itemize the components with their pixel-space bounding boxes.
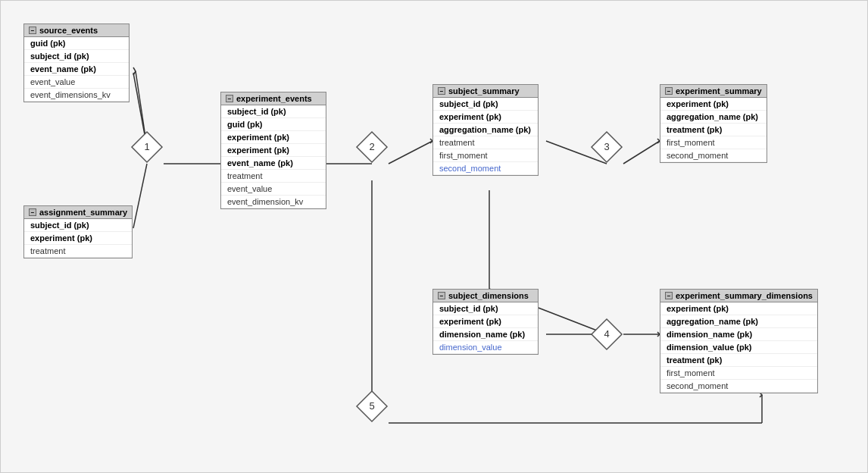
table-row: dimension_name (pk) (433, 328, 538, 341)
table-row: event_dimension_kv (221, 196, 326, 208)
minimize-icon-experiment_summary[interactable]: − (665, 87, 673, 95)
svg-text:1: 1 (144, 141, 149, 152)
table-title-experiment_summary: experiment_summary (676, 86, 762, 96)
table-row: subject_id (pk) (24, 50, 129, 63)
table-row: guid (pk) (221, 118, 326, 131)
table-row: treatment (pk) (660, 124, 767, 136)
table-header-subject_dimensions: −subject_dimensions (433, 290, 538, 302)
table-row: aggregation_name (pk) (660, 111, 767, 124)
table-row: experiment (pk) (433, 111, 538, 124)
table-row: treatment (221, 170, 326, 183)
table-row: event_dimensions_kv (24, 89, 129, 102)
table-header-experiment_events: −experiment_events (221, 92, 326, 105)
table-row: event_name (pk) (221, 157, 326, 170)
table-row: experiment (pk) (433, 315, 538, 328)
diamond-d3: 3 (590, 130, 623, 164)
table-experiment_summary: −experiment_summaryexperiment (pk)aggreg… (660, 84, 767, 163)
table-row: dimension_value (pk) (660, 341, 817, 354)
table-row: subject_id (pk) (433, 98, 538, 111)
minimize-icon-experiment_events[interactable]: − (226, 95, 233, 102)
table-row: treatment (433, 136, 538, 149)
minimize-icon-subject_dimensions[interactable]: − (438, 292, 445, 299)
table-title-subject_summary: subject_summary (448, 86, 520, 96)
svg-line-4 (389, 141, 432, 164)
table-experiment_summary_dimensions: −experiment_summary_dimensionsexperiment… (660, 289, 818, 393)
table-row: subject_id (pk) (24, 219, 132, 232)
table-row: experiment (pk) (660, 302, 817, 315)
table-row: experiment (pk) (221, 144, 326, 157)
table-title-experiment_events: experiment_events (236, 94, 312, 103)
table-row: subject_id (pk) (221, 105, 326, 118)
table-header-assignment_summary: −assignment_summary (24, 206, 132, 219)
table-header-experiment_summary: −experiment_summary (660, 85, 767, 98)
table-row: dimension_name (pk) (660, 328, 817, 341)
table-row: event_name (pk) (24, 63, 129, 76)
minimize-icon-subject_summary[interactable]: − (438, 87, 445, 95)
svg-text:2: 2 (369, 141, 374, 152)
table-row: first_moment (660, 136, 767, 149)
svg-text:4: 4 (604, 328, 609, 340)
table-row: guid (pk) (24, 37, 129, 50)
table-title-source_events: source_events (39, 26, 98, 35)
minimize-icon-source_events[interactable]: − (29, 27, 36, 34)
diagram-canvas: −source_eventsguid (pk)subject_id (pk)ev… (0, 0, 868, 473)
table-row: treatment (24, 245, 132, 258)
table-subject_summary: −subject_summarysubject_id (pk)experimen… (432, 84, 539, 176)
svg-line-1 (133, 164, 147, 228)
svg-text:3: 3 (604, 141, 609, 152)
svg-line-6 (623, 141, 660, 164)
table-row: aggregation_name (pk) (433, 124, 538, 136)
table-row: second_moment (433, 162, 538, 175)
table-assignment_summary: −assignment_summarysubject_id (pk)experi… (23, 205, 133, 258)
diamond-d1: 1 (130, 130, 164, 164)
table-row: experiment (pk) (24, 232, 132, 245)
table-row: event_value (221, 183, 326, 196)
table-experiment_events: −experiment_eventssubject_id (pk)guid (p… (220, 92, 326, 209)
table-row: experiment (pk) (221, 131, 326, 144)
table-source_events: −source_eventsguid (pk)subject_id (pk)ev… (23, 23, 130, 102)
table-row: treatment (pk) (660, 354, 817, 367)
table-subject_dimensions: −subject_dimensionssubject_id (pk)experi… (432, 289, 539, 355)
table-row: event_value (24, 76, 129, 89)
table-header-subject_summary: −subject_summary (433, 85, 538, 98)
table-row: second_moment (660, 380, 817, 393)
table-row: dimension_value (433, 341, 538, 354)
table-row: experiment (pk) (660, 98, 767, 111)
table-row: first_moment (660, 367, 817, 380)
table-row: subject_id (pk) (433, 302, 538, 315)
table-title-assignment_summary: assignment_summary (39, 208, 127, 217)
table-title-subject_dimensions: subject_dimensions (448, 291, 529, 300)
diamond-d2: 2 (355, 130, 389, 164)
table-header-source_events: −source_events (24, 24, 129, 37)
diamond-d4: 4 (590, 318, 623, 351)
table-row: first_moment (433, 149, 538, 162)
table-header-experiment_summary_dimensions: −experiment_summary_dimensions (660, 290, 817, 302)
table-row: second_moment (660, 149, 767, 162)
diamond-d5: 5 (355, 390, 389, 423)
table-title-experiment_summary_dimensions: experiment_summary_dimensions (676, 291, 813, 300)
minimize-icon-assignment_summary[interactable]: − (29, 208, 36, 216)
svg-text:5: 5 (369, 400, 374, 412)
table-row: aggregation_name (pk) (660, 315, 817, 328)
minimize-icon-experiment_summary_dimensions[interactable]: − (665, 292, 673, 299)
